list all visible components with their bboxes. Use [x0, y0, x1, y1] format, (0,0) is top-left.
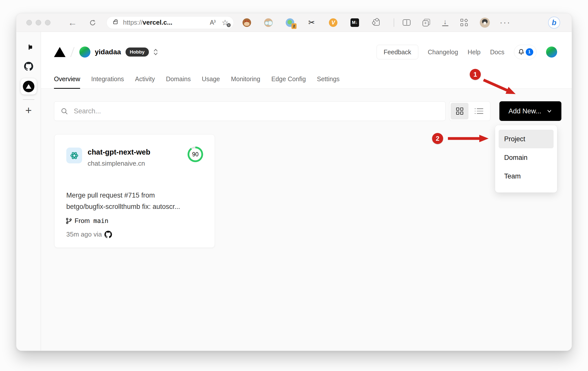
- clipper-extension-icon[interactable]: ✂: [307, 18, 316, 27]
- commit-message: Merge pull request #715 from betgo/bugfi…: [66, 190, 180, 212]
- project-name[interactable]: chat-gpt-next-web: [88, 148, 150, 156]
- openai-project-icon: [66, 148, 82, 163]
- translate-extension-icon[interactable]: 2: [286, 18, 294, 27]
- favorite-add-badge: +: [227, 23, 231, 27]
- github-sidebar-icon[interactable]: [24, 62, 33, 71]
- grid-view-button[interactable]: [451, 103, 468, 119]
- back-icon[interactable]: ←: [68, 18, 77, 27]
- list-view-icon: [477, 108, 483, 114]
- annotation-step-2: 2: [432, 133, 443, 144]
- chevron-down-icon: [546, 108, 552, 114]
- project-card-header: chat-gpt-next-web chat.simplenaive.cn: [66, 148, 150, 167]
- add-new-button[interactable]: Add New...: [499, 101, 561, 121]
- team-switcher: yidadaa Hobby: [54, 42, 158, 62]
- changelog-link[interactable]: Changelog: [428, 49, 458, 56]
- from-label: From: [75, 217, 90, 225]
- read-aloud-icon[interactable]: A)): [210, 19, 215, 26]
- sidebar-add-icon[interactable]: +: [25, 105, 32, 116]
- project-domain[interactable]: chat.simplenaive.cn: [88, 160, 150, 167]
- bell-icon: [517, 48, 525, 56]
- minimize-window-button[interactable]: [36, 20, 41, 25]
- branch-name: main: [93, 217, 108, 224]
- breadcrumb-slash: [70, 47, 75, 57]
- window-controls: [26, 20, 50, 25]
- notification-count-badge: 1: [526, 48, 533, 56]
- notifications-button[interactable]: 1: [514, 45, 537, 59]
- address-bar[interactable]: https:// vercel.c... A)) ☆+: [107, 17, 233, 29]
- project-card[interactable]: chat-gpt-next-web chat.simplenaive.cn 90…: [54, 134, 215, 248]
- tab-settings[interactable]: Settings: [317, 75, 339, 89]
- tab-overview[interactable]: Overview: [54, 75, 80, 89]
- branch-icon: [66, 218, 72, 224]
- dropdown-item-project[interactable]: Project: [499, 130, 554, 148]
- favorite-icon[interactable]: ☆+: [222, 19, 228, 26]
- help-link[interactable]: Help: [468, 49, 481, 56]
- annotation-step-1: 1: [470, 69, 481, 80]
- projects-section: Add New... chat-gpt-next-web chat.simple…: [41, 89, 572, 351]
- header-actions: Feedback Changelog Help Docs 1: [377, 42, 557, 62]
- analytics-score-ring[interactable]: 90: [188, 147, 203, 162]
- reload-icon[interactable]: [89, 19, 97, 27]
- feedback-button[interactable]: Feedback: [377, 45, 418, 59]
- list-view-button[interactable]: [471, 103, 489, 119]
- dropdown-item-domain[interactable]: Domain: [499, 148, 554, 167]
- github-icon: [104, 231, 112, 238]
- tab-integrations[interactable]: Integrations: [91, 75, 124, 89]
- team-selector-icon[interactable]: [153, 48, 158, 56]
- desktop: ← https:// vercel.c... A)) ☆+ 2 ✂ V M↓: [0, 0, 588, 371]
- team-name: yidadaa: [95, 48, 121, 56]
- vercel-logo[interactable]: [54, 47, 66, 57]
- tab-domains[interactable]: Domains: [166, 75, 191, 89]
- dashboard-header: yidadaa Hobby Feedback Changelog Help Do…: [41, 32, 572, 89]
- sidebar-toggle-icon[interactable]: [29, 44, 30, 50]
- markdown-extension-icon[interactable]: M↓: [350, 18, 359, 27]
- user-avatar[interactable]: [546, 47, 557, 58]
- browser-window: ← https:// vercel.c... A)) ☆+ 2 ✂ V M↓: [16, 13, 572, 351]
- tab-activity[interactable]: Activity: [135, 75, 155, 89]
- close-window-button[interactable]: [26, 20, 32, 25]
- branch-row: From main: [66, 217, 108, 225]
- sidebar-divider: [23, 99, 34, 100]
- deployment-meta: 35m ago via: [66, 230, 112, 238]
- vercel-dashboard: yidadaa Hobby Feedback Changelog Help Do…: [41, 32, 572, 351]
- edge-sidebar: +: [16, 32, 41, 351]
- add-new-dropdown: Project Domain Team: [495, 125, 557, 193]
- url-host: vercel.c...: [143, 19, 172, 26]
- extension-badge: 2: [291, 23, 297, 29]
- tab-edge-config[interactable]: Edge Config: [271, 75, 306, 89]
- grid-view-icon: [456, 108, 463, 115]
- tampermonkey-extension-icon[interactable]: [243, 18, 251, 27]
- downloads-icon[interactable]: ↓: [442, 19, 448, 26]
- dashboard-tabs: Overview Integrations Activity Domains U…: [54, 75, 340, 89]
- analytics-score: 90: [189, 148, 201, 160]
- vercel-icon: [23, 81, 34, 92]
- search-input[interactable]: [54, 101, 446, 121]
- browser-profile-avatar[interactable]: [480, 18, 490, 28]
- plan-badge: Hobby: [126, 48, 149, 57]
- video-extension-icon[interactable]: V: [329, 18, 337, 27]
- tab-monitoring[interactable]: Monitoring: [231, 75, 260, 89]
- collections-icon[interactable]: +: [423, 19, 430, 26]
- split-screen-icon[interactable]: [403, 19, 410, 26]
- zoom-window-button[interactable]: [45, 20, 50, 25]
- extensions-menu-icon[interactable]: [372, 18, 381, 27]
- apps-icon[interactable]: [460, 19, 468, 26]
- deploy-time: 35m ago via: [66, 230, 102, 238]
- docs-link[interactable]: Docs: [490, 49, 504, 56]
- vercel-sidebar-item[interactable]: [21, 78, 37, 95]
- lock-icon: [113, 21, 117, 24]
- team-avatar: [79, 47, 90, 58]
- tab-usage[interactable]: Usage: [202, 75, 220, 89]
- browser-toolbar: ← https:// vercel.c... A)) ☆+ 2 ✂ V M↓: [16, 13, 572, 32]
- copilot-icon[interactable]: b: [548, 17, 560, 29]
- url-scheme: https://: [123, 19, 143, 26]
- dropdown-item-team[interactable]: Team: [499, 167, 554, 186]
- project-search: [54, 101, 446, 121]
- toolbar-divider: [394, 18, 394, 27]
- avatar-extension-icon[interactable]: [264, 18, 273, 27]
- more-menu-icon[interactable]: ···: [500, 18, 511, 27]
- view-toggle: [449, 101, 490, 121]
